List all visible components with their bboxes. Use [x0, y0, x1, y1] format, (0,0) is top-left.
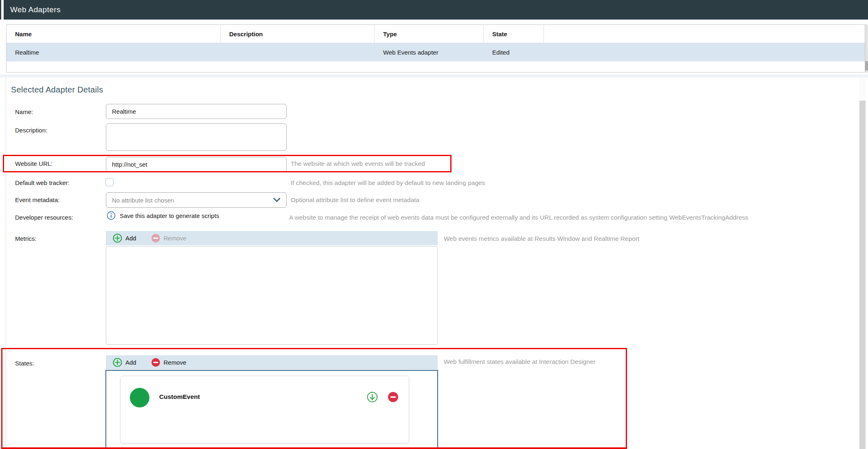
remove-icon-disabled [151, 233, 160, 243]
info-icon [107, 211, 116, 220]
states-toolbar: Add Remove [106, 355, 438, 370]
panel-separator [0, 75, 868, 77]
states-remove-button[interactable]: Remove [151, 358, 186, 367]
website-url-input[interactable] [106, 157, 287, 172]
cell-type[interactable]: Web Events adapter [375, 43, 484, 61]
table-scrollbar[interactable] [865, 24, 868, 73]
name-input[interactable] [106, 104, 287, 119]
table-scrollbar-thumb[interactable] [865, 61, 868, 70]
name-label: Name: [15, 108, 33, 115]
cell-spacer [544, 43, 865, 61]
cell-description[interactable] [221, 43, 375, 61]
column-header-type[interactable]: Type [375, 25, 484, 43]
delete-state-icon[interactable] [388, 392, 399, 403]
states-label: States: [15, 360, 34, 367]
add-icon [113, 233, 122, 243]
chevron-down-icon [273, 198, 281, 202]
states-list[interactable]: CustomEvent [105, 370, 438, 449]
remove-icon [151, 358, 160, 367]
header-notch [1, 0, 4, 20]
website-url-hint: The website at which web events will be … [291, 160, 425, 167]
state-item-actions [367, 392, 399, 403]
metrics-add-button[interactable]: Add [113, 233, 136, 243]
main-scrollbar-thumb[interactable] [859, 101, 866, 449]
states-hint: Web fulfillment states available at Inte… [444, 358, 596, 365]
event-metadata-selected-value: No attribute list chosen [112, 197, 273, 204]
panel-left-border [6, 77, 6, 449]
table-header-row: Name Description Type State [7, 25, 865, 43]
move-down-icon[interactable] [367, 392, 378, 403]
column-header-state[interactable]: State [484, 25, 544, 43]
event-metadata-label: Event metadata: [15, 196, 59, 203]
metrics-remove-button[interactable]: Remove [151, 233, 186, 243]
state-list-item[interactable]: CustomEvent [120, 376, 409, 443]
state-status-dot [130, 388, 149, 407]
add-icon [113, 358, 122, 367]
developer-resources-text: Save this adapter to generate scripts [120, 212, 219, 219]
states-remove-label: Remove [164, 359, 186, 366]
page-header: Web Adapters [0, 0, 868, 20]
cell-state[interactable]: Edited [484, 43, 544, 61]
cell-name[interactable]: Realtime [7, 43, 221, 61]
page-title: Web Adapters [10, 5, 61, 14]
section-heading: Selected Adapter Details [11, 85, 103, 95]
default-web-tracker-label: Default web tracker: [15, 179, 69, 186]
description-label: Description: [15, 127, 47, 134]
states-add-label: Add [125, 359, 136, 366]
table-row[interactable]: Realtime Web Events adapter Edited [7, 43, 865, 62]
state-item-name: CustomEvent [159, 393, 200, 401]
column-header-spacer [544, 25, 865, 43]
developer-resources-hint: A website to manage the receipt of web e… [289, 214, 748, 221]
metrics-toolbar: Add Remove [106, 231, 438, 245]
website-url-label: Website URL: [15, 160, 53, 167]
metrics-list[interactable] [106, 246, 438, 345]
main-scrollbar[interactable] [859, 77, 866, 449]
description-input[interactable] [106, 123, 287, 151]
metrics-hint: Web events metrics available at Results … [444, 235, 639, 242]
metrics-remove-label: Remove [164, 235, 186, 242]
adapters-table: Name Description Type State Realtime Web… [6, 24, 865, 73]
event-metadata-select[interactable]: No attribute list chosen [106, 192, 287, 208]
column-header-description[interactable]: Description [221, 25, 375, 43]
metrics-add-label: Add [125, 235, 136, 242]
web-adapters-screen: Web Adapters Name Description Type State… [0, 0, 868, 449]
column-header-name[interactable]: Name [7, 25, 221, 43]
states-add-button[interactable]: Add [113, 358, 136, 367]
developer-resources-label: Developer resources: [15, 214, 73, 221]
default-web-tracker-hint: If checked, this adapter will be added b… [291, 179, 485, 187]
metrics-label: Metrics: [15, 235, 37, 242]
event-metadata-hint: Optional attribute list to define event … [291, 196, 419, 204]
default-web-tracker-checkbox[interactable] [105, 178, 114, 186]
developer-resources-row: Save this adapter to generate scripts [107, 211, 219, 220]
